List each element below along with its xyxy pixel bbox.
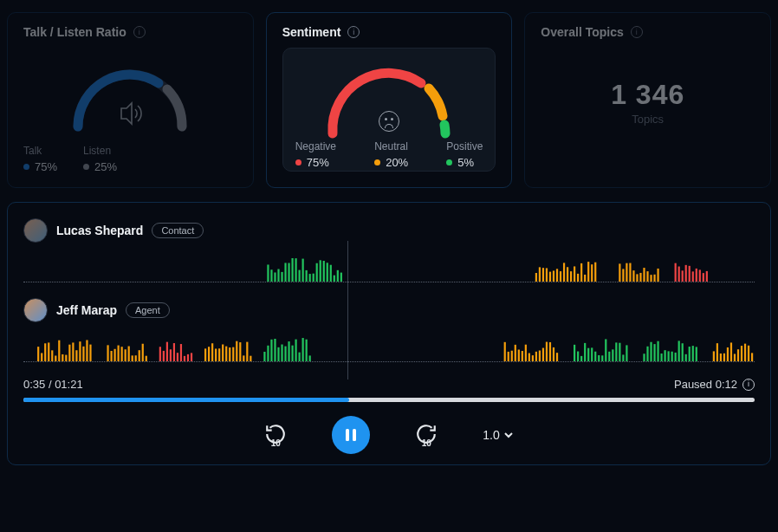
speaker-1-block: Lucas Shepard Contact [23,218,755,284]
svg-rect-164 [657,341,658,361]
speed-selector[interactable]: 1.0 [483,428,513,442]
svg-rect-66 [51,350,53,361]
baseline [23,282,755,282]
info-icon[interactable]: i [631,26,643,38]
svg-rect-143 [556,353,558,361]
role-pill: Contact [152,223,204,238]
svg-rect-163 [653,344,655,361]
svg-rect-187 [751,353,753,361]
svg-rect-56 [689,266,690,282]
dot-icon [374,159,380,165]
svg-rect-49 [650,275,652,282]
svg-rect-62 [37,347,39,361]
svg-rect-174 [692,346,694,361]
positive-label: Positive [446,140,483,152]
svg-rect-118 [277,347,279,361]
pause-button[interactable] [332,416,370,454]
svg-rect-12 [309,274,311,282]
svg-rect-40 [619,263,620,282]
info-icon[interactable]: i [133,26,146,38]
svg-rect-145 [577,352,579,361]
svg-rect-3 [277,269,279,282]
svg-rect-184 [741,346,742,361]
audio-player: Lucas Shepard Contact Jeff Marap Agent 0… [7,202,771,465]
svg-rect-150 [594,352,596,361]
svg-rect-54 [682,270,684,282]
svg-rect-153 [605,339,606,361]
svg-rect-5 [284,263,286,282]
svg-rect-84 [128,347,130,361]
svg-rect-51 [657,269,658,282]
svg-rect-131 [515,345,516,361]
svg-rect-58 [696,269,697,282]
svg-rect-89 [146,356,147,361]
svg-rect-37 [587,262,589,282]
svg-rect-18 [330,265,332,282]
svg-rect-114 [263,352,265,361]
avatar[interactable] [23,218,48,243]
svg-rect-121 [288,341,289,361]
talk-label: Talk [23,145,57,157]
svg-rect-11 [306,270,308,282]
svg-rect-90 [159,347,161,361]
svg-rect-45 [636,274,638,282]
svg-rect-35 [580,263,582,282]
talk-listen-card[interactable]: Talk / Listen Ratio i Talk 75% Listen [7,12,254,188]
svg-rect-81 [118,346,120,361]
svg-rect-9 [299,270,301,282]
talk-value: 75% [35,160,57,173]
svg-rect-117 [274,339,276,361]
svg-rect-104 [218,348,220,361]
pause-icon [343,427,359,443]
waveform-track-1[interactable] [23,250,755,284]
negative-value: 75% [307,156,329,169]
svg-rect-46 [639,273,641,282]
svg-rect-16 [323,261,325,282]
rewind-10-button[interactable]: 10 [264,423,287,448]
svg-rect-125 [302,338,304,361]
svg-rect-182 [734,354,736,361]
svg-rect-29 [560,271,561,282]
waveform-track-2[interactable] [23,329,755,364]
chevron-down-icon [503,430,514,440]
svg-rect-156 [615,342,617,361]
svg-rect-173 [689,347,690,361]
svg-rect-41 [622,269,624,282]
svg-rect-87 [139,350,140,361]
svg-rect-44 [632,270,634,282]
progress-bar[interactable] [23,398,755,402]
svg-rect-123 [295,340,296,361]
svg-rect-30 [563,263,565,282]
svg-rect-147 [584,343,586,361]
svg-rect-71 [68,345,70,361]
svg-rect-8 [295,258,296,282]
topics-card[interactable]: Overall Topics i 1 346 Topics [524,12,771,188]
svg-rect-168 [671,352,673,361]
avatar[interactable] [23,298,48,322]
info-icon[interactable]: i [742,379,755,391]
svg-rect-185 [744,344,746,361]
svg-rect-113 [250,356,251,361]
svg-rect-60 [703,273,704,282]
svg-rect-126 [306,340,308,361]
svg-rect-76 [86,340,88,361]
sentiment-card[interactable]: Sentiment i Negative 75% Neutral [266,12,513,188]
topics-sub: Topics [541,113,755,126]
forward-10-button[interactable]: 10 [415,423,438,448]
svg-rect-26 [549,272,551,282]
dot-icon [83,164,89,170]
svg-rect-83 [125,349,126,361]
svg-rect-68 [58,341,60,361]
card-title: Sentiment [282,25,341,39]
svg-rect-94 [173,343,175,361]
svg-rect-93 [170,349,172,361]
svg-rect-191 [353,429,356,441]
info-icon[interactable]: i [347,26,360,38]
svg-rect-107 [229,347,230,361]
svg-rect-22 [535,273,537,282]
svg-rect-171 [682,343,684,361]
svg-rect-59 [699,269,701,282]
card-title: Talk / Listen Ratio [23,25,126,39]
svg-rect-127 [309,355,311,361]
svg-rect-149 [591,347,593,361]
